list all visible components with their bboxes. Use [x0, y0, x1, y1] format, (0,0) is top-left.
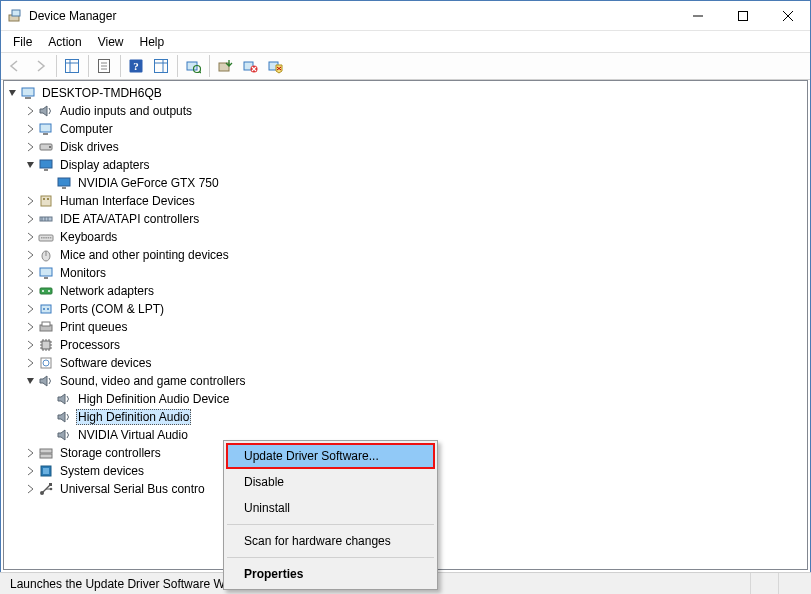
- scan-hardware-button[interactable]: [181, 54, 205, 78]
- chevron-right-icon[interactable]: [24, 338, 38, 352]
- port-icon: [38, 301, 54, 317]
- chevron-right-icon[interactable]: [24, 104, 38, 118]
- chevron-down-icon[interactable]: [6, 86, 20, 100]
- chevron-right-icon[interactable]: [24, 464, 38, 478]
- tree-item-cat-3-child-0[interactable]: NVIDIA GeForce GTX 750: [4, 174, 807, 192]
- tree-item-label: High Definition Audio Device: [76, 391, 231, 407]
- chevron-right-icon[interactable]: [24, 140, 38, 154]
- tree-item-cat-14-child-1[interactable]: High Definition Audio: [4, 408, 807, 426]
- chevron-right-icon[interactable]: [24, 446, 38, 460]
- chevron-right-icon[interactable]: [24, 194, 38, 208]
- tree-item-label: Disk drives: [58, 139, 121, 155]
- context-scan[interactable]: Scan for hardware changes: [226, 528, 435, 554]
- action-pane-button[interactable]: [149, 54, 173, 78]
- tree-item-cat-11[interactable]: Print queues: [4, 318, 807, 336]
- menu-action[interactable]: Action: [40, 33, 89, 51]
- speaker-icon: [56, 427, 72, 443]
- tree-item-cat-12[interactable]: Processors: [4, 336, 807, 354]
- context-properties[interactable]: Properties: [226, 561, 435, 587]
- tree-item-label: Keyboards: [58, 229, 119, 245]
- storage-icon: [38, 445, 54, 461]
- help-button[interactable]: ?: [124, 54, 148, 78]
- svg-rect-78: [40, 454, 52, 458]
- chevron-right-icon[interactable]: [24, 302, 38, 316]
- chevron-right-icon[interactable]: [24, 212, 38, 226]
- network-icon: [38, 283, 54, 299]
- menu-view[interactable]: View: [90, 33, 132, 51]
- tree-item-label: DESKTOP-TMDH6QB: [40, 85, 164, 101]
- update-driver-icon: [217, 58, 233, 74]
- tree-item-cat-6[interactable]: Keyboards: [4, 228, 807, 246]
- tree-item-root[interactable]: DESKTOP-TMDH6QB: [4, 84, 807, 102]
- tree-item-label: High Definition Audio: [76, 409, 191, 425]
- tree-item-label: IDE ATA/ATAPI controllers: [58, 211, 201, 227]
- tree-item-cat-1[interactable]: Computer: [4, 120, 807, 138]
- context-uninstall[interactable]: Uninstall: [226, 495, 435, 521]
- disable-icon: [267, 58, 283, 74]
- chevron-down-icon[interactable]: [24, 158, 38, 172]
- svg-rect-85: [49, 483, 52, 486]
- tree-item-cat-9[interactable]: Network adapters: [4, 282, 807, 300]
- computer-icon: [38, 121, 54, 137]
- tree-item-cat-2[interactable]: Disk drives: [4, 138, 807, 156]
- forward-button[interactable]: [28, 54, 52, 78]
- svg-rect-49: [50, 237, 52, 239]
- back-button[interactable]: [3, 54, 27, 78]
- speaker-icon: [56, 391, 72, 407]
- context-separator: [227, 524, 434, 525]
- status-cell: [751, 573, 779, 594]
- uninstall-icon: [242, 58, 258, 74]
- context-disable[interactable]: Disable: [226, 469, 435, 495]
- back-arrow-icon: [7, 58, 23, 74]
- chevron-right-icon[interactable]: [24, 230, 38, 244]
- chevron-down-icon[interactable]: [24, 374, 38, 388]
- svg-rect-57: [41, 305, 51, 313]
- maximize-button[interactable]: [720, 1, 765, 31]
- toolbar: ?: [1, 52, 810, 80]
- svg-line-20: [200, 72, 202, 74]
- show-hide-tree-button[interactable]: [60, 54, 84, 78]
- context-update-driver[interactable]: Update Driver Software...: [226, 443, 435, 469]
- chevron-right-icon[interactable]: [24, 356, 38, 370]
- chevron-right-icon[interactable]: [24, 266, 38, 280]
- sound-icon: [38, 373, 54, 389]
- tree-item-cat-3[interactable]: Display adapters: [4, 156, 807, 174]
- title-bar: Device Manager: [1, 1, 810, 31]
- close-button[interactable]: [765, 1, 810, 31]
- tree-item-cat-14-child-0[interactable]: High Definition Audio Device: [4, 390, 807, 408]
- printer-icon: [38, 319, 54, 335]
- app-icon: [7, 8, 23, 24]
- chevron-right-icon[interactable]: [24, 320, 38, 334]
- disable-button[interactable]: [263, 54, 287, 78]
- speaker-icon: [56, 409, 72, 425]
- chevron-right-icon[interactable]: [24, 122, 38, 136]
- minimize-button[interactable]: [675, 1, 720, 31]
- tree-item-cat-4[interactable]: Human Interface Devices: [4, 192, 807, 210]
- svg-rect-15: [155, 60, 168, 73]
- chevron-right-icon[interactable]: [24, 284, 38, 298]
- tree-item-cat-14[interactable]: Sound, video and game controllers: [4, 372, 807, 390]
- properties-button[interactable]: [92, 54, 116, 78]
- tree-item-cat-8[interactable]: Monitors: [4, 264, 807, 282]
- tree-item-cat-13[interactable]: Software devices: [4, 354, 807, 372]
- tree-item-cat-10[interactable]: Ports (COM & LPT): [4, 300, 807, 318]
- tree-item-label: Universal Serial Bus contro: [58, 481, 207, 497]
- uninstall-button[interactable]: [238, 54, 262, 78]
- menu-help[interactable]: Help: [132, 33, 173, 51]
- menu-file[interactable]: File: [5, 33, 40, 51]
- svg-rect-3: [738, 11, 747, 20]
- svg-rect-80: [43, 468, 49, 474]
- display-icon: [56, 175, 72, 191]
- tree-item-cat-7[interactable]: Mice and other pointing devices: [4, 246, 807, 264]
- svg-rect-54: [40, 288, 52, 294]
- update-driver-button[interactable]: [213, 54, 237, 78]
- tree-item-label: Monitors: [58, 265, 108, 281]
- chevron-right-icon[interactable]: [24, 482, 38, 496]
- tree-item-label: Ports (COM & LPT): [58, 301, 166, 317]
- tree-item-cat-5[interactable]: IDE ATA/ATAPI controllers: [4, 210, 807, 228]
- tree-item-label: Computer: [58, 121, 115, 137]
- svg-rect-1: [12, 10, 20, 16]
- chevron-right-icon[interactable]: [24, 248, 38, 262]
- svg-rect-34: [44, 169, 48, 171]
- tree-item-cat-0[interactable]: Audio inputs and outputs: [4, 102, 807, 120]
